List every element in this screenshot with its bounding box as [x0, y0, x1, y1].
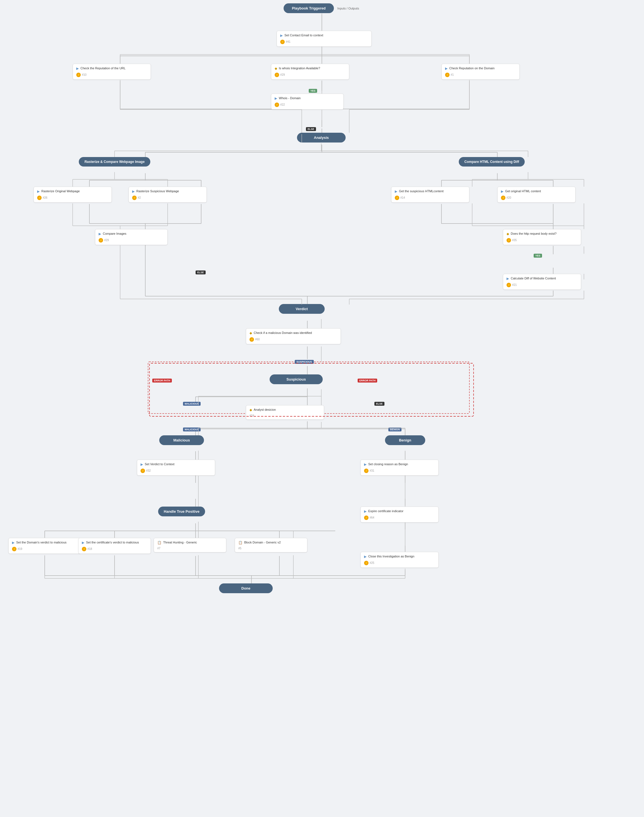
block-domain-id: #5: [238, 547, 241, 550]
set-contact-email-node[interactable]: ▶ Set Contact Email to context ⚡ #41: [277, 31, 372, 47]
analysis-node[interactable]: Analysis: [263, 133, 380, 143]
compare-images-node[interactable]: ▶ Compare Images ⚡ #29: [95, 229, 168, 245]
check-reputation-domain-id: #1: [451, 73, 454, 76]
benign-pill[interactable]: Benign: [385, 435, 425, 445]
set-cert-verdict-title: Set the certificate's verdict to malicio…: [86, 540, 139, 544]
rasterize-compare-pill[interactable]: Rasterize & Compare Webpage Image: [79, 157, 150, 167]
rasterize-original-id: #26: [43, 196, 48, 199]
malicious-badge-2: MALICIOUS: [183, 428, 201, 431]
handle-true-positive-pill[interactable]: Handle True Positive: [158, 507, 205, 517]
compare-html-diff-node[interactable]: Compare HTML Content using Diff: [442, 157, 542, 167]
compare-images-id: #29: [104, 239, 109, 242]
analyst-decision-node[interactable]: ◆ Analyst desicion #24: [246, 405, 324, 420]
arrow-icon: ▶: [132, 189, 135, 194]
analysis-pill[interactable]: Analysis: [297, 133, 345, 143]
lightning-icon: ⚡: [37, 196, 41, 200]
malicious-badge-1: MALICIOUS: [183, 402, 201, 406]
arrow-icon: ▶: [364, 509, 366, 514]
suspicious-pill-node[interactable]: Suspicious: [243, 374, 349, 384]
check-reputation-url-node[interactable]: ▶ Check the Reputation of the URL ⚡ #10: [73, 64, 151, 80]
handle-true-positive-node[interactable]: Handle True Positive: [137, 507, 226, 517]
get-suspicious-html-node[interactable]: ▶ Get the suspicious HTMLcontent ⚡ #14: [391, 187, 469, 202]
workflow-canvas: Playbook Triggered Inputs / Outputs ▶ Se…: [0, 0, 644, 817]
lightning-icon: ⚡: [506, 283, 511, 287]
set-contact-email-title: Set Contact Email to context: [284, 33, 323, 37]
verdict-pill[interactable]: Verdict: [279, 304, 324, 314]
diamond-icon: ◆: [506, 232, 509, 236]
arrow-icon: ▶: [76, 66, 79, 71]
arrow-icon: ▶: [12, 541, 15, 545]
close-investigation-id: #25: [370, 561, 374, 564]
expire-certificate-node[interactable]: ▶ Expire certificate indicator ⚡ #64: [360, 507, 439, 523]
lightning-icon: ⚡: [395, 196, 399, 200]
lightning-icon: ⚡: [82, 547, 86, 551]
else-badge-3: ELSE: [374, 402, 385, 406]
check-reputation-domain-node[interactable]: ▶ Check Reputation on the Domain ⚡ #1: [442, 64, 520, 80]
malicious-pill[interactable]: Malicious: [159, 435, 204, 445]
lightning-icon: ⚡: [364, 561, 368, 565]
rasterize-suspicious-id: #2: [138, 196, 141, 199]
get-original-html-title: Get original HTML content: [505, 189, 541, 193]
http-request-body-node[interactable]: ◆ Does the http request body exist? ⚡ #3…: [503, 229, 581, 245]
arrow-icon: ▶: [99, 232, 101, 236]
whois-domain-node[interactable]: ▶ Whois - Domain ⚡ #22: [271, 94, 343, 110]
set-domain-verdict-node[interactable]: ▶ Set the Domain's verdict to malicious …: [8, 538, 81, 554]
compare-images-title: Compare Images: [103, 231, 126, 236]
suspicious-pill[interactable]: Suspicious: [270, 374, 322, 384]
arrow-icon: ▶: [501, 189, 503, 194]
yes-badge: YES: [309, 89, 317, 93]
inputs-outputs-label: Inputs / Outputs: [337, 7, 359, 10]
lightning-icon: ⚡: [501, 196, 505, 200]
rasterize-suspicious-title: Rasterize Suspicious Webpage: [136, 189, 179, 193]
expire-certificate-id: #64: [370, 516, 374, 519]
malicious-pill-node[interactable]: Malicious: [137, 435, 226, 445]
error-path-badge-1: ERROR PATH: [152, 379, 172, 383]
check-reputation-url-id: #10: [82, 73, 87, 76]
playbook-triggered-node[interactable]: Playbook Triggered Inputs / Outputs: [263, 3, 380, 13]
diamond-icon: ◆: [274, 66, 277, 71]
is-whois-id: #29: [280, 73, 285, 76]
set-verdict-context-id: #32: [146, 469, 151, 472]
get-original-html-id: #20: [506, 196, 511, 199]
analyst-decision-title: Analyst desicion: [254, 408, 276, 412]
get-suspicious-html-title: Get the suspicious HTMLcontent: [399, 189, 444, 193]
rasterize-original-node[interactable]: ▶ Rasterize Original Webpage ⚡ #26: [34, 187, 112, 202]
set-domain-verdict-title: Set the Domain's verdict to malicious: [16, 540, 66, 544]
close-investigation-node[interactable]: ▶ Close this Investigation as Benign ⚡ #…: [360, 552, 439, 568]
done-pill[interactable]: Done: [219, 583, 273, 593]
check-malicious-domain-node[interactable]: ◆ Check if a malicious Domain was identi…: [246, 328, 341, 344]
set-cert-verdict-node[interactable]: ▶ Set the certificate's verdict to malic…: [78, 538, 151, 554]
check-malicious-domain-id: #60: [255, 338, 260, 341]
set-domain-verdict-id: #19: [18, 547, 22, 550]
is-whois-available-node[interactable]: ◆ Is whois Integration Available? ⚡ #29: [271, 64, 349, 80]
lightning-icon: ⚡: [274, 103, 279, 107]
block-domain-title: Block Domain - Generic v2: [244, 540, 281, 544]
benign-pill-node[interactable]: Benign: [360, 435, 450, 445]
lightning-icon: ⚡: [132, 196, 136, 200]
expire-certificate-title: Expire certificate indicator: [368, 509, 403, 513]
playbook-triggered-pill[interactable]: Playbook Triggered: [284, 3, 334, 13]
lightning-icon: ⚡: [445, 73, 449, 77]
rasterize-suspicious-node[interactable]: ▶ Rasterize Suspicious Webpage ⚡ #2: [129, 187, 207, 202]
arrow-icon: ▶: [37, 189, 40, 194]
set-verdict-context-node[interactable]: ▶ Set Verdict to Context ⚡ #32: [137, 460, 215, 475]
threat-hunting-node[interactable]: 📋 Threat Hunting - Generic #7: [154, 538, 226, 552]
arrow-icon: ▶: [274, 97, 277, 101]
calc-diff-title: Calculate Diff of Website Content: [511, 276, 556, 280]
calc-diff-node[interactable]: ▶ Calculate Diff of Website Content ⚡ #2…: [503, 274, 581, 290]
set-closing-benign-title: Set closing reason as Benign: [368, 462, 408, 466]
set-verdict-context-title: Set Verdict to Context: [145, 462, 174, 466]
get-original-html-node[interactable]: ▶ Get original HTML content ⚡ #20: [497, 187, 575, 202]
verdict-node[interactable]: Verdict: [251, 304, 352, 314]
arrow-icon: ▶: [395, 189, 397, 194]
lightning-icon: ⚡: [76, 73, 81, 77]
compare-html-diff-pill[interactable]: Compare HTML Content using Diff: [459, 157, 525, 167]
set-closing-benign-node[interactable]: ▶ Set closing reason as Benign ⚡ #31: [360, 460, 439, 475]
done-node[interactable]: Done: [201, 583, 291, 593]
rasterize-compare-node[interactable]: Rasterize & Compare Webpage Image: [64, 157, 165, 167]
lightning-icon: ⚡: [280, 40, 285, 44]
yes-badge-2: YES: [534, 254, 542, 258]
lightning-icon: ⚡: [250, 337, 254, 342]
is-whois-title: Is whois Integration Available?: [279, 66, 320, 70]
block-domain-node[interactable]: 📋 Block Domain - Generic v2 #5: [235, 538, 307, 552]
